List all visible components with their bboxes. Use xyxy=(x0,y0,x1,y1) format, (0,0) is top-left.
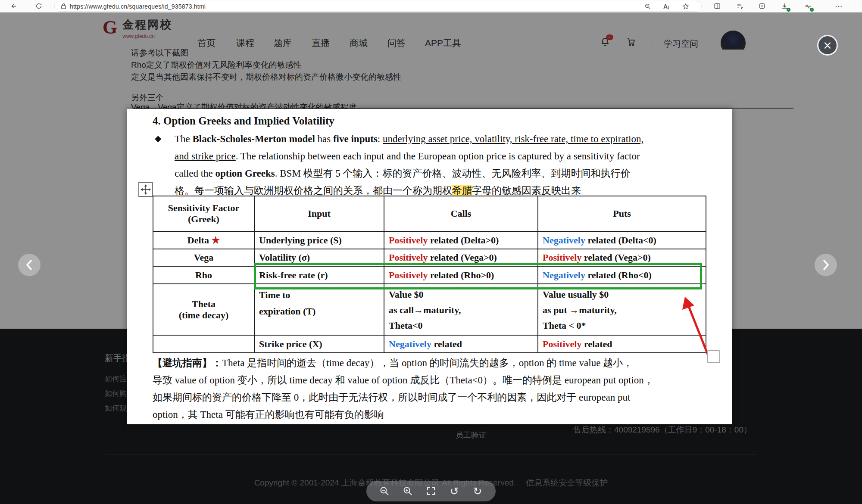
para-line-2: and strike price. The relationship betwe… xyxy=(175,148,640,165)
image-title: 4. Option Greeks and Implied Volatility xyxy=(153,115,334,127)
cell-delta-puts: Negatively related (Delta<0) xyxy=(538,231,706,249)
cell-theta-calls: Value $0 as call→maturity, Theta<0 xyxy=(384,284,538,335)
move-cursor-icon xyxy=(138,182,153,197)
rotate-left-icon[interactable]: ↺ xyxy=(449,485,460,497)
cell-vega-input: Volatility (σ) xyxy=(254,249,384,266)
screen: https://www.gfedu.cn/squareques/id_93587… xyxy=(0,0,862,504)
cell-strike-input: Strike price (X) xyxy=(254,335,384,353)
close-button[interactable]: × xyxy=(817,35,838,56)
refresh-icon[interactable] xyxy=(34,1,44,11)
essentials-check-badge: ✓ xyxy=(810,8,814,12)
cell-delta-input: Underlying price (S) xyxy=(254,231,384,249)
cell-theta-greek: Theta (time decay) xyxy=(153,284,254,335)
greeks-table: Sensitivity Factor (Greek) Input Calls P… xyxy=(153,196,706,353)
download-check-badge: ✓ xyxy=(787,8,790,12)
lock-icon xyxy=(61,3,66,9)
url-text[interactable]: https://www.gfedu.cn/squareques/id_93587… xyxy=(70,3,206,10)
zoom-in-icon[interactable] xyxy=(402,485,413,497)
browser-toolbar: https://www.gfedu.cn/squareques/id_93587… xyxy=(0,0,862,12)
cell-theta-input: Time to expiration (T) xyxy=(254,284,384,335)
collections-icon[interactable] xyxy=(734,1,745,11)
empty-checkbox-annotation xyxy=(707,350,720,363)
downloads-icon[interactable]: ✓ xyxy=(779,1,790,11)
more-menu-icon[interactable]: ⋯ xyxy=(834,1,844,11)
split-screen-icon[interactable] xyxy=(712,1,722,11)
bullet-diamond-icon: ◆ xyxy=(155,133,161,143)
cell-strike-greek xyxy=(153,335,254,353)
zoom-indicator-icon[interactable] xyxy=(644,3,651,10)
fullscreen-icon[interactable] xyxy=(425,485,437,497)
guide-line-1: 【避坑指南】：Theta 是指时间的逝去（time decay），当 optio… xyxy=(153,355,633,372)
zoom-out-icon[interactable] xyxy=(379,485,390,497)
guide-line-3: 如果期间标的资产的价格下降至 0，此时由于无法行权，所以时间成了一个不利的因素，… xyxy=(153,389,630,406)
guide-line-2: 导致 value of option 变小，所以 time decay 和 va… xyxy=(153,372,654,389)
cell-rho-greek: Rho xyxy=(153,266,254,284)
cell-vega-calls: Positively related (Vega>0) xyxy=(384,249,538,266)
cell-strike-calls: Negatively related xyxy=(384,335,538,353)
cell-delta-calls: Positively related (Delta>0) xyxy=(384,231,538,249)
chevron-right-icon xyxy=(821,258,831,271)
cell-rho-input: Risk-free rate (r) xyxy=(254,266,384,284)
cell-rho-puts: Negatively related (Rho<0) xyxy=(538,266,706,284)
para-line-3: called the option Greeks. BSM 模型有 5 个输入：… xyxy=(175,165,631,182)
th-sensitivity-factor: Sensitivity Factor (Greek) xyxy=(153,196,254,231)
th-input: Input xyxy=(254,196,384,231)
address-bar[interactable]: https://www.gfedu.cn/squareques/id_93587… xyxy=(54,1,702,12)
cell-vega-greek: Vega xyxy=(153,249,254,266)
th-calls: Calls xyxy=(384,196,538,231)
th-puts: Puts xyxy=(538,196,706,231)
cell-theta-puts: Value usually $0 as put →maturity, Theta… xyxy=(538,284,706,335)
prev-image-button[interactable] xyxy=(18,254,41,276)
read-aloud-icon[interactable]: A) xyxy=(663,3,669,10)
browser-essentials-icon[interactable]: ✓ xyxy=(803,1,813,11)
cell-strike-puts: Positively related xyxy=(538,335,706,353)
para-line-1: The Black-Scholes-Merton model has five … xyxy=(175,131,643,148)
back-icon[interactable] xyxy=(9,1,19,11)
rotate-right-icon[interactable]: ↻ xyxy=(472,485,483,497)
next-image-button[interactable] xyxy=(815,254,837,276)
cell-rho-calls: Positively related (Rho>0) xyxy=(384,266,538,284)
chevron-left-icon xyxy=(25,258,34,271)
image-viewer-toolbar: ↺ ↻ xyxy=(366,481,496,501)
lightbox-image[interactable]: 4. Option Greeks and Implied Volatility … xyxy=(127,109,732,424)
close-icon: × xyxy=(823,40,832,51)
add-tab-icon[interactable] xyxy=(757,1,767,11)
cell-delta-greek: Delta ★ xyxy=(153,231,254,249)
guide-line-4: option，其 Theta 可能有正的影响也有可能有负的影响 xyxy=(153,406,384,423)
favorite-star-icon[interactable] xyxy=(682,3,689,10)
cell-vega-puts: Positively related (Vega>0) xyxy=(538,249,706,266)
